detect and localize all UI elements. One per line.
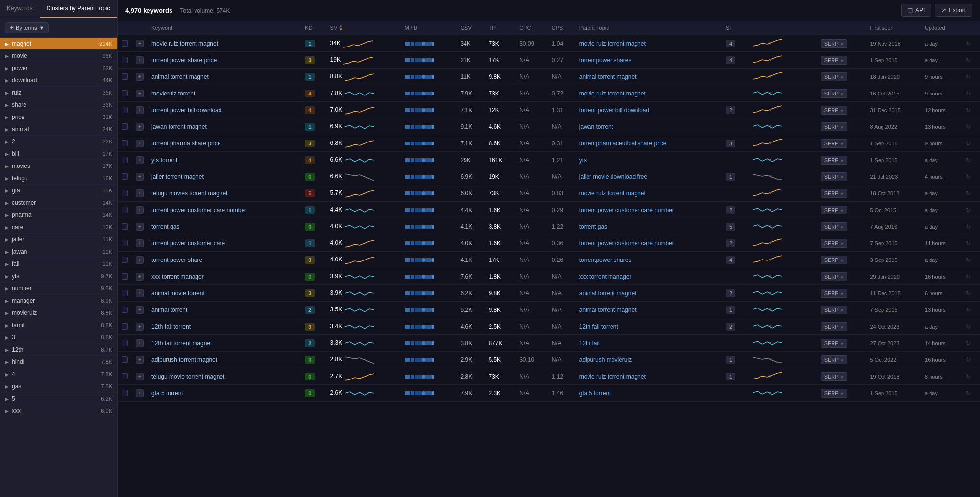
sidebar-item-xxx[interactable]: ▶ xxx 6.0K — [0, 405, 117, 417]
serp-button[interactable]: SERP ▼ — [821, 372, 848, 381]
row-checkbox[interactable] — [122, 257, 128, 263]
expand-button[interactable]: + — [136, 156, 144, 164]
refresh-icon[interactable]: ↻ — [966, 140, 971, 147]
parent-topic-link[interactable]: yts — [579, 157, 587, 164]
row-checkbox[interactable] — [122, 107, 128, 113]
sidebar-item-fail[interactable]: ▶ fail 11K — [0, 258, 117, 270]
serp-button[interactable]: SERP ▼ — [821, 289, 848, 298]
col-gsv[interactable]: GSV — [457, 21, 485, 35]
keyword-text[interactable]: telugu movies torrent magnet — [151, 190, 227, 197]
chart-button[interactable]: ▼ — [751, 71, 774, 81]
parent-topic-link[interactable]: torrentpower shares — [579, 57, 632, 64]
chart-button[interactable]: ▼ — [751, 188, 774, 198]
serp-button[interactable]: SERP ▼ — [821, 56, 848, 65]
serp-button[interactable]: SERP ▼ — [821, 256, 848, 264]
chart-button[interactable]: ▼ — [751, 88, 774, 98]
chart-button[interactable]: ▼ — [751, 138, 774, 148]
refresh-icon[interactable]: ↻ — [966, 207, 971, 213]
keyword-text[interactable]: jailer torrent magnet — [151, 173, 204, 180]
expand-button[interactable]: + — [136, 356, 144, 364]
expand-button[interactable]: + — [136, 373, 144, 380]
serp-button[interactable]: SERP ▼ — [821, 206, 848, 214]
keyword-text[interactable]: torrent pharma share price — [151, 140, 220, 147]
keyword-text[interactable]: telugu movie torrent magnet — [151, 373, 224, 380]
sidebar-item-5[interactable]: ▶ 5 6.2K — [0, 393, 117, 405]
export-button[interactable]: ↗ Export — [935, 4, 972, 17]
refresh-icon[interactable]: ↻ — [966, 373, 971, 380]
refresh-icon[interactable]: ↻ — [966, 240, 971, 247]
row-checkbox[interactable] — [122, 290, 128, 296]
row-checkbox[interactable] — [122, 40, 128, 47]
keyword-text[interactable]: 12th fail torrent — [151, 323, 191, 330]
row-checkbox[interactable] — [122, 240, 128, 246]
keyword-text[interactable]: adipurush torrent magnet — [151, 356, 217, 363]
serp-button[interactable]: SERP ▼ — [821, 106, 848, 115]
parent-topic-link[interactable]: torrent power bill download — [579, 107, 649, 114]
chart-button[interactable]: ▼ — [751, 155, 774, 165]
expand-button[interactable]: + — [136, 223, 144, 231]
serp-button[interactable]: SERP ▼ — [821, 322, 848, 331]
col-cpc[interactable]: CPC — [515, 21, 548, 35]
sidebar-item-4[interactable]: ▶ 4 7.8K — [0, 368, 117, 380]
expand-button[interactable]: + — [136, 389, 144, 397]
row-checkbox[interactable] — [122, 173, 128, 180]
chart-button[interactable]: ▼ — [751, 288, 774, 298]
sidebar-item-number[interactable]: ▶ number 9.5K — [0, 283, 117, 295]
col-keyword[interactable]: Keyword — [147, 21, 301, 35]
refresh-icon[interactable]: ↻ — [966, 307, 971, 313]
keyword-text[interactable]: torrent power customer care — [151, 240, 225, 247]
sidebar-item-download[interactable]: ▶ download 44K — [0, 74, 117, 87]
col-kd[interactable]: KD — [301, 21, 326, 35]
parent-topic-link[interactable]: xxx torrent manager — [579, 273, 632, 280]
chart-button[interactable]: ▼ — [751, 338, 774, 348]
chart-button[interactable]: ▼ — [751, 121, 774, 131]
sidebar-item-share[interactable]: ▶ share 36K — [0, 99, 117, 111]
refresh-icon[interactable]: ↻ — [966, 273, 971, 280]
parent-topic-link[interactable]: 12th fail — [579, 340, 600, 347]
sidebar-item-jailer[interactable]: ▶ jailer 11K — [0, 234, 117, 246]
sidebar-item-3[interactable]: ▶ 3 8.8K — [0, 331, 117, 344]
row-checkbox[interactable] — [122, 123, 128, 130]
keyword-text[interactable]: animal torrent magnet — [151, 73, 209, 80]
row-checkbox[interactable] — [122, 273, 128, 280]
serp-button[interactable]: SERP ▼ — [821, 89, 848, 98]
sidebar-item-power[interactable]: ▶ power 62K — [0, 62, 117, 74]
chart-button[interactable]: ▼ — [751, 305, 774, 314]
parent-topic-link[interactable]: movie rulz torrent magnet — [579, 90, 646, 97]
parent-topic-link[interactable]: jawan torrent — [579, 123, 613, 130]
chart-button[interactable]: ▼ — [751, 105, 774, 115]
expand-button[interactable]: + — [136, 106, 144, 114]
sidebar-item-2[interactable]: ▶ 2 22K — [0, 136, 117, 148]
sidebar-item-gas[interactable]: ▶ gas 7.5K — [0, 380, 117, 393]
chart-button[interactable]: ▼ — [751, 371, 774, 381]
keyword-text[interactable]: jawan torrent magnet — [151, 123, 207, 130]
serp-button[interactable]: SERP ▼ — [821, 172, 848, 181]
sidebar-item-telugu[interactable]: ▶ telugu 16K — [0, 172, 117, 185]
refresh-icon[interactable]: ↻ — [966, 356, 971, 363]
parent-topic-link[interactable]: animal torrent magnet — [579, 73, 637, 80]
col-cps[interactable]: CPS — [548, 21, 575, 35]
serp-button[interactable]: SERP ▼ — [821, 72, 848, 81]
sidebar-item-manager[interactable]: ▶ manager 8.9K — [0, 295, 117, 307]
keyword-text[interactable]: movie rulz torrent magnet — [151, 40, 218, 47]
refresh-icon[interactable]: ↻ — [966, 190, 971, 197]
refresh-icon[interactable]: ↻ — [966, 390, 971, 397]
row-checkbox[interactable] — [122, 190, 128, 196]
chart-button[interactable]: ▼ — [751, 38, 774, 48]
refresh-icon[interactable]: ↻ — [966, 40, 971, 47]
chart-button[interactable]: ▼ — [751, 205, 774, 214]
keyword-text[interactable]: xxx torrent manager — [151, 273, 204, 280]
api-button[interactable]: ◫ API — [901, 4, 931, 17]
refresh-icon[interactable]: ↻ — [966, 257, 971, 263]
sidebar-item-movies[interactable]: ▶ movies 17K — [0, 160, 117, 172]
expand-button[interactable]: + — [136, 339, 144, 347]
refresh-icon[interactable]: ↻ — [966, 340, 971, 347]
keyword-text[interactable]: torrent power share price — [151, 57, 217, 64]
chart-button[interactable]: ▼ — [751, 388, 774, 398]
chart-button[interactable]: ▼ — [751, 321, 774, 331]
parent-topic-link[interactable]: animal torrent magnet — [579, 290, 637, 297]
serp-button[interactable]: SERP ▼ — [821, 389, 848, 398]
refresh-icon[interactable]: ↻ — [966, 90, 971, 97]
parent-topic-link[interactable]: torrentpharmaceutical share price — [579, 140, 667, 147]
refresh-icon[interactable]: ↻ — [966, 223, 971, 230]
